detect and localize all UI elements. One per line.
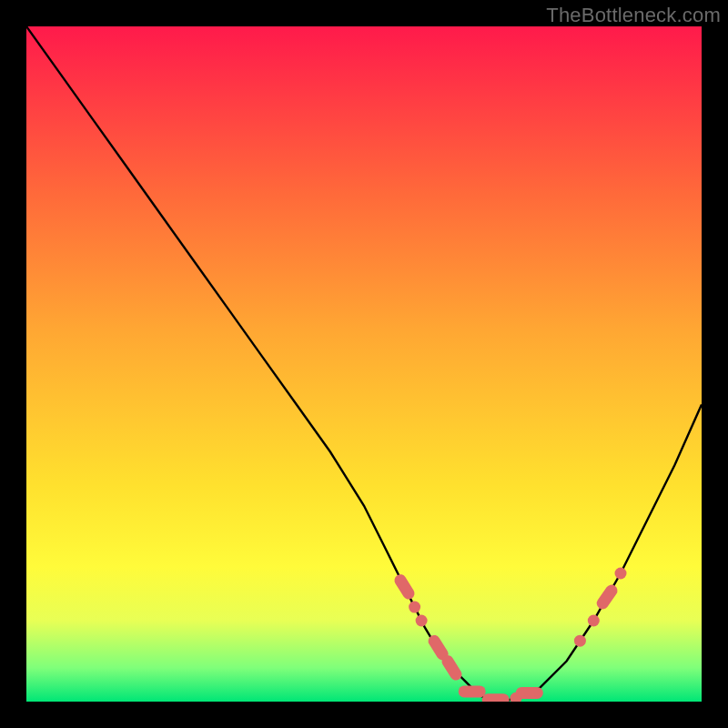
scatter-pill: [459, 685, 486, 697]
marker-layer: [392, 568, 626, 703]
scatter-dot: [409, 602, 420, 613]
scatter-pill: [594, 582, 620, 612]
scatter-pill: [482, 693, 510, 702]
bottleneck-chart-svg: [26, 26, 702, 702]
scatter-pill: [392, 572, 417, 602]
scatter-pill: [516, 687, 543, 699]
scatter-dot: [574, 635, 586, 647]
scatter-dot: [416, 615, 428, 627]
scatter-dot: [588, 615, 600, 627]
scatter-dot: [615, 568, 627, 580]
scatter-pill: [440, 653, 464, 682]
watermark-text: TheBottleneck.com: [546, 4, 721, 27]
chart-plot-area: [26, 26, 702, 702]
